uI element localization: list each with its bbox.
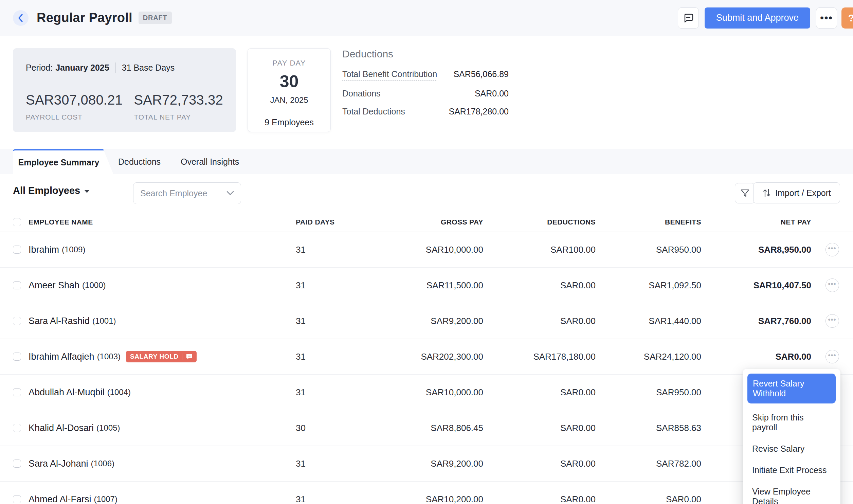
employee-name-cell: Ibrahim Alfaqieh (1003) SALARY HOLD xyxy=(29,351,296,362)
paid-days-cell: 31 xyxy=(296,245,357,255)
tab-overall-insights[interactable]: Overall Insights xyxy=(181,149,239,174)
context-menu-item[interactable]: Skip from this payroll xyxy=(743,407,840,438)
employee-id: (1004) xyxy=(107,388,131,397)
row-checkbox[interactable] xyxy=(13,495,21,503)
salary-hold-badge[interactable]: SALARY HOLD xyxy=(126,351,197,362)
row-context-menu: Revert Salary Withhold Skip from this pa… xyxy=(743,369,840,504)
row-checkbox[interactable] xyxy=(13,353,21,361)
topbar-actions: Submit and Approve ••• xyxy=(678,7,837,29)
gross-pay-cell: SAR9,200.00 xyxy=(357,458,483,469)
total-net-pay-value: SAR72,733.32 xyxy=(134,92,223,108)
employee-name: Ibrahim xyxy=(29,245,59,255)
search-placeholder: Search Employee xyxy=(140,188,226,198)
row-checkbox[interactable] xyxy=(13,246,21,254)
divider xyxy=(182,354,182,360)
comment-button[interactable] xyxy=(678,7,699,29)
col-employee-name: EMPLOYEE NAME xyxy=(29,218,296,226)
deduction-value: SAR178,280.00 xyxy=(449,107,509,116)
employee-filter-dropdown[interactable]: All Employees xyxy=(13,185,90,196)
period-line: Period: January 2025 31 Base Days xyxy=(26,62,223,73)
payroll-cost-label: PAYROLL COST xyxy=(26,113,134,121)
context-menu-item[interactable]: Initiate Exit Process xyxy=(743,460,840,481)
context-menu-item[interactable]: Revise Salary xyxy=(743,438,840,460)
benefits-cell: SAR950.00 xyxy=(596,387,701,398)
status-badge: DRAFT xyxy=(139,12,172,24)
employee-name-cell: Ahmed Al-Farsi (1007) xyxy=(29,494,296,504)
row-actions-button[interactable]: ••• xyxy=(825,243,839,256)
divider xyxy=(115,62,116,73)
employee-name-cell: Ibrahim (1009) xyxy=(29,245,296,255)
row-checkbox[interactable] xyxy=(13,388,21,396)
paid-days-cell: 31 xyxy=(296,352,357,362)
help-button[interactable]: ? xyxy=(841,7,853,29)
payday-label: PAY DAY xyxy=(248,59,330,68)
import-export-button[interactable]: Import / Export xyxy=(753,182,840,203)
back-button[interactable] xyxy=(13,10,29,26)
gross-pay-cell: SAR10,200.00 xyxy=(357,494,483,504)
submit-and-approve-button[interactable]: Submit and Approve xyxy=(705,7,810,29)
deductions-cell: SAR0.00 xyxy=(483,280,596,291)
net-pay-cell: SAR10,407.50 xyxy=(701,280,811,291)
col-gross-pay: GROSS PAY xyxy=(357,218,483,226)
row-actions-button[interactable]: ••• xyxy=(825,350,839,363)
benefits-cell: SAR1,092.50 xyxy=(596,280,701,291)
filter-button[interactable] xyxy=(735,183,755,203)
table-row: Sara Al-Rashid (1001) 31 SAR9,200.00 SAR… xyxy=(0,303,853,339)
gross-pay-cell: SAR11,500.00 xyxy=(357,280,483,291)
total-net-pay-block: SAR72,733.32 TOTAL NET PAY xyxy=(134,92,223,121)
benefits-cell: SAR1,440.00 xyxy=(596,316,701,326)
row-checkbox[interactable] xyxy=(13,317,21,325)
filter-icon xyxy=(740,188,750,198)
employee-filter-label: All Employees xyxy=(13,185,80,196)
employee-id: (1003) xyxy=(97,352,121,361)
payday-day: 30 xyxy=(248,72,330,91)
period-card: Period: January 2025 31 Base Days SAR307… xyxy=(13,48,236,132)
table-header-row: EMPLOYEE NAME PAID DAYS GROSS PAY DEDUCT… xyxy=(0,212,853,232)
net-pay-cell: SAR7,760.00 xyxy=(701,316,811,326)
summary-amounts: SAR307,080.21 PAYROLL COST SAR72,733.32 … xyxy=(26,92,223,121)
deductions-title: Deductions xyxy=(342,48,509,60)
deductions-cell: SAR178,180.00 xyxy=(483,352,596,362)
deductions-rows: Total Benefit Contribution SAR56,066.89 … xyxy=(342,69,509,116)
tab-deductions[interactable]: Deductions xyxy=(118,149,161,174)
paid-days-cell: 31 xyxy=(296,316,357,326)
paid-days-cell: 30 xyxy=(296,423,357,433)
chat-icon xyxy=(186,354,193,360)
benefits-cell: SAR858.63 xyxy=(596,423,701,433)
tab-label: Employee Summary xyxy=(18,158,99,167)
comment-icon xyxy=(683,13,694,23)
deduction-row: Total Benefit Contribution SAR56,066.89 xyxy=(342,69,509,80)
period-value: January 2025 xyxy=(55,63,109,73)
row-actions-button[interactable]: ••• xyxy=(825,314,839,328)
employee-name-cell: Sara Al-Rashid (1001) xyxy=(29,316,296,326)
employee-name-cell: Khalid Al-Dosari (1005) xyxy=(29,423,296,433)
context-menu-item[interactable]: View Employee Details xyxy=(743,481,840,504)
row-checkbox[interactable] xyxy=(13,281,21,289)
table-row: Sara Al-Johani (1006) 31 SAR9,200.00 SAR… xyxy=(0,446,853,482)
employee-id: (1001) xyxy=(92,316,116,326)
more-actions-button[interactable]: ••• xyxy=(816,7,837,29)
deduction-label: Donations xyxy=(342,89,381,98)
employee-name: Ibrahim Alfaqieh xyxy=(29,352,94,362)
tab-employee-summary[interactable]: Employee Summary xyxy=(13,149,113,174)
row-checkbox[interactable] xyxy=(13,460,21,468)
benefits-cell: SAR24,120.00 xyxy=(596,352,701,362)
deduction-row: Donations SAR0.00 xyxy=(342,89,509,98)
payroll-cost-block: SAR307,080.21 PAYROLL COST xyxy=(26,92,134,121)
row-checkbox[interactable] xyxy=(13,424,21,432)
employee-name: Ahmed Al-Farsi xyxy=(29,494,91,504)
table-controls: All Employees Search Employee Import / E… xyxy=(13,182,840,204)
deductions-cell: SAR100.00 xyxy=(483,245,596,255)
tab-strip: Employee Summary Deductions Overall Insi… xyxy=(0,149,853,174)
deduction-label: Total Deductions xyxy=(342,107,405,116)
employee-search-select[interactable]: Search Employee xyxy=(133,182,241,204)
select-all-checkbox[interactable] xyxy=(13,218,21,226)
table-row: Ibrahim (1009) 31 SAR10,000.00 SAR100.00… xyxy=(0,232,853,268)
total-net-pay-label: TOTAL NET PAY xyxy=(134,113,223,121)
caret-down-icon xyxy=(84,190,90,193)
row-actions-button[interactable]: ••• xyxy=(825,278,839,292)
employee-name: Abdullah Al-Muqbil xyxy=(29,387,105,398)
context-menu-item[interactable]: Revert Salary Withhold xyxy=(747,374,836,403)
deduction-value: SAR56,066.89 xyxy=(453,69,509,79)
divider xyxy=(257,112,321,112)
